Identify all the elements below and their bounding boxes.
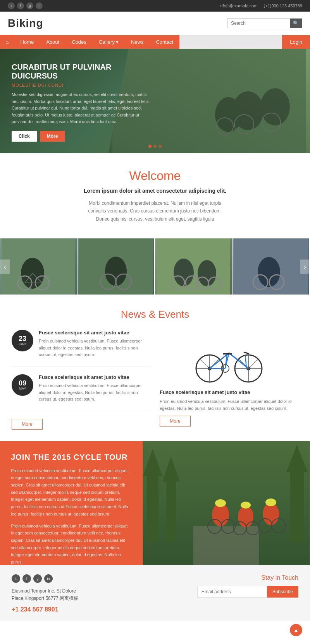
nav-item-contact[interactable]: Contact bbox=[150, 35, 179, 49]
bike-image bbox=[160, 334, 298, 384]
gallery-next-button[interactable]: › bbox=[300, 259, 310, 274]
nav-items: Home About Codes Gallery ▾ News Contact bbox=[14, 35, 282, 49]
hero-click-button[interactable]: Click bbox=[12, 131, 37, 142]
google-plus-icon[interactable]: g bbox=[26, 2, 33, 9]
nav-item-about[interactable]: About bbox=[40, 35, 65, 49]
twitter-icon[interactable]: t bbox=[8, 2, 15, 9]
hero-text: Molestie sed dignissim augue ut ex cursu… bbox=[12, 91, 151, 125]
footer-facebook-icon[interactable]: f bbox=[22, 574, 31, 583]
gallery-item-2[interactable] bbox=[78, 238, 155, 295]
gallery-image-4 bbox=[232, 238, 309, 295]
nav-item-news[interactable]: News bbox=[125, 35, 150, 49]
news-content-2: Fusce scelerisque sit amet justo vitae P… bbox=[39, 374, 150, 403]
welcome-lead: Lorem ipsum dolor sit amet consectetur a… bbox=[8, 188, 302, 194]
logo[interactable]: Biking bbox=[8, 17, 43, 29]
news-right-title: Fusce scelerisque sit amet justo vitae bbox=[160, 389, 298, 395]
footer-address-line1: Eiusmod Tempor Inc. St Dolore bbox=[12, 587, 149, 595]
header: Biking 🔍 bbox=[0, 12, 310, 35]
hero-dot-1[interactable] bbox=[148, 145, 152, 148]
gallery-strip: ‹ bbox=[0, 238, 310, 295]
footer-social: t f g in bbox=[12, 574, 149, 583]
news-heading: News & Events bbox=[12, 308, 298, 320]
top-bar: t f g in info[at]example.com (+1)000 123… bbox=[0, 0, 310, 12]
svg-point-22 bbox=[198, 260, 216, 286]
gallery-item-1[interactable] bbox=[0, 238, 78, 295]
footer-address-line2: Place,Kingsport 56777 网页模板 bbox=[12, 595, 149, 602]
news-text-2: Proin euismod vehicula vestibulum. Fusce… bbox=[39, 382, 150, 403]
nav-item-gallery[interactable]: Gallery ▾ bbox=[93, 35, 125, 49]
welcome-heading: Welcome bbox=[8, 169, 302, 183]
nav: ⌂ Home About Codes Gallery ▾ News Contac… bbox=[0, 35, 310, 49]
news-day-1: 23 bbox=[19, 335, 26, 342]
news-right-content: Fusce scelerisque sit amet justo vitae P… bbox=[160, 389, 298, 426]
svg-point-64 bbox=[238, 506, 253, 528]
hero-buttons: Click More bbox=[12, 131, 151, 142]
news-section: News & Events 23 JUNE Fusce scelerisque … bbox=[0, 295, 310, 441]
gallery-prev-button[interactable]: ‹ bbox=[0, 259, 10, 274]
footer-phone: +1 234 567 8901 bbox=[12, 606, 149, 613]
news-title-1: Fusce scelerisque sit amet justo vitae bbox=[39, 330, 150, 336]
svg-rect-62 bbox=[193, 526, 259, 565]
svg-point-2 bbox=[215, 97, 242, 132]
news-grid: 23 JUNE Fusce scelerisque sit amet justo… bbox=[12, 330, 298, 430]
svg-point-19 bbox=[174, 259, 194, 286]
svg-point-3 bbox=[260, 88, 290, 125]
news-more-button-left[interactable]: More bbox=[12, 419, 43, 430]
nav-home-icon[interactable]: ⌂ bbox=[0, 35, 14, 49]
linkedin-icon[interactable]: in bbox=[36, 2, 43, 9]
footer-linkedin-icon[interactable]: in bbox=[44, 574, 53, 583]
welcome-section: Welcome Lorem ipsum dolor sit amet conse… bbox=[0, 153, 310, 238]
news-item-2: 09 MAY Fusce scelerisque sit amet justo … bbox=[12, 374, 150, 411]
gallery-image-2 bbox=[78, 238, 154, 295]
footer-twitter-icon[interactable]: t bbox=[12, 574, 20, 583]
hero-dots bbox=[148, 145, 162, 148]
welcome-text: Morbi condimentum imperdiet placerat. Nu… bbox=[81, 199, 229, 223]
email-subscribe-row: Subscribe bbox=[161, 586, 298, 598]
news-month-2: MAY bbox=[19, 387, 26, 391]
email-input[interactable] bbox=[197, 586, 267, 598]
svg-rect-58 bbox=[166, 480, 176, 542]
svg-rect-56 bbox=[147, 472, 158, 542]
news-more-button-right[interactable]: More bbox=[160, 416, 191, 426]
svg-rect-60 bbox=[290, 468, 304, 542]
footer-address: Eiusmod Tempor Inc. St Dolore Place,King… bbox=[12, 587, 149, 602]
contact-info: info[at]example.com (+1)000 123 456789 bbox=[219, 3, 302, 8]
search-input[interactable] bbox=[228, 19, 290, 28]
news-text-1: Proin euismod vehicula vestibulum. Fusce… bbox=[39, 338, 150, 358]
hero-dot-2[interactable] bbox=[153, 145, 157, 148]
hero-title: CURABITUR UT PULVINAR DUICURSUS bbox=[12, 63, 151, 80]
news-date-badge-1: 23 JUNE bbox=[12, 330, 33, 351]
news-title-2: Fusce scelerisque sit amet justo vitae bbox=[39, 374, 150, 380]
hero-more-button[interactable]: More bbox=[40, 131, 65, 142]
news-right-text: Proin euismod vehicula vestibulum. Fusce… bbox=[160, 398, 298, 412]
cta-right bbox=[143, 441, 310, 565]
svg-point-73 bbox=[241, 502, 251, 509]
phone-contact: (+1)000 123 456789 bbox=[264, 3, 302, 8]
nav-item-home[interactable]: Home bbox=[14, 35, 40, 49]
news-day-2: 09 bbox=[19, 380, 26, 387]
subscribe-button[interactable]: Subscribe bbox=[267, 586, 298, 598]
gallery-image-1 bbox=[0, 238, 77, 295]
nav-item-codes[interactable]: Codes bbox=[65, 35, 93, 49]
search-button[interactable]: 🔍 bbox=[290, 19, 302, 28]
gallery-item-4[interactable] bbox=[232, 238, 310, 295]
gallery-item-3[interactable] bbox=[155, 238, 232, 295]
hero-content: CURABITUR UT PULVINAR DUICURSUS MOLESTIE… bbox=[0, 55, 163, 153]
email-contact: info[at]example.com bbox=[219, 3, 257, 8]
cta-text-1: Proin euismod vehicula vestibulum. Fusce… bbox=[11, 467, 132, 518]
cta-left: JOIN THE 2015 CYCLE TOUR Proin euismod v… bbox=[0, 441, 143, 565]
svg-line-52 bbox=[244, 352, 249, 354]
cta-text-2: Proin euismod vehicula vestibulum. Fusce… bbox=[11, 522, 132, 565]
nav-login[interactable]: Login bbox=[282, 35, 310, 49]
footer-right: Stay in Touch Subscribe bbox=[161, 574, 298, 601]
svg-line-44 bbox=[248, 359, 258, 368]
search-box: 🔍 bbox=[227, 18, 302, 28]
svg-line-37 bbox=[200, 359, 210, 368]
svg-point-74 bbox=[265, 498, 276, 506]
hero-dot-3[interactable] bbox=[158, 145, 162, 148]
facebook-icon[interactable]: f bbox=[17, 2, 24, 9]
footer-google-icon[interactable]: g bbox=[33, 574, 42, 583]
news-right-column: Fusce scelerisque sit amet justo vitae P… bbox=[160, 330, 298, 430]
news-item-1: 23 JUNE Fusce scelerisque sit amet justo… bbox=[12, 330, 150, 367]
cta-section: JOIN THE 2015 CYCLE TOUR Proin euismod v… bbox=[0, 441, 310, 565]
